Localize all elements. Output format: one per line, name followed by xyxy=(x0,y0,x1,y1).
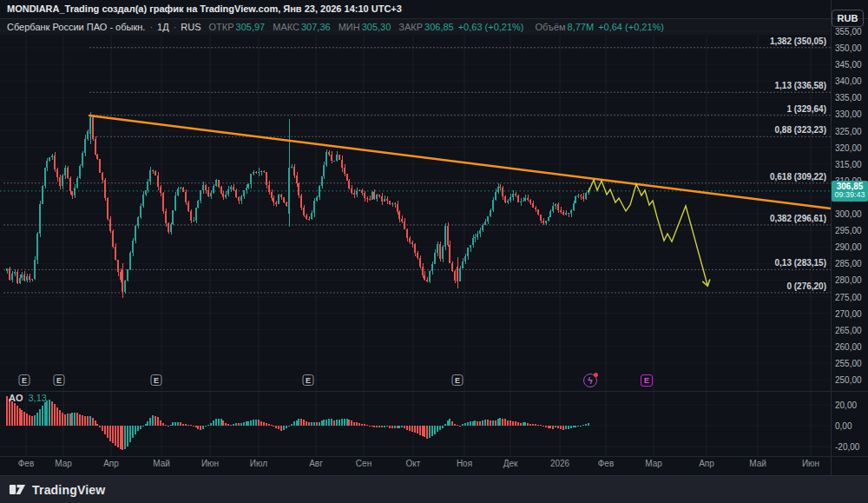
price-tick: 320,00 xyxy=(835,142,862,152)
low-label: МИН xyxy=(339,22,360,32)
price-tick: 280,00 xyxy=(835,275,862,285)
fib-level-label: 0 (276,20) xyxy=(786,281,826,291)
footer-bar: TradingView xyxy=(0,475,868,503)
symbol-legend[interactable]: Сбербанк России ПАО - обыкн. · 1Д · RUS … xyxy=(7,22,664,32)
time-axis-label: Июн xyxy=(802,459,819,468)
fib-level-label: 0,88 (323,23) xyxy=(775,125,827,135)
fib-level-label: 0,618 (309,22) xyxy=(770,172,826,182)
tradingview-chart-window: MONDIARA_Trading создал(а) график на Tra… xyxy=(0,0,868,503)
indicator-tick: 0,00 xyxy=(835,421,852,431)
time-axis-label: Мар xyxy=(55,459,72,468)
tradingview-logo[interactable]: TradingView xyxy=(9,482,105,497)
price-tick: 340,00 xyxy=(835,76,862,86)
fib-level-label: 0,382 (296,61) xyxy=(770,214,826,223)
time-axis-label: Авг xyxy=(309,459,323,468)
last-price-badge: 306,85 09:39:43 xyxy=(832,181,868,202)
indicator-value: 3,13 xyxy=(29,393,47,403)
low-value: 305,30 xyxy=(362,22,391,32)
price-tick: 255,00 xyxy=(835,358,862,367)
open-value: 305,97 xyxy=(236,22,266,32)
symbol-name[interactable]: Сбербанк России ПАО - обыкн. xyxy=(7,22,145,32)
events-flash-icon[interactable]: ϟ xyxy=(583,374,597,387)
tradingview-logo-icon xyxy=(9,482,26,497)
price-tick: 325,00 xyxy=(835,126,862,136)
earnings-marker[interactable]: E xyxy=(19,374,30,386)
price-tick: 250,00 xyxy=(835,375,862,385)
interval-label[interactable]: 1Д xyxy=(157,22,169,32)
chart-share-title: MONDIARA_Trading создал(а) график на Tra… xyxy=(7,3,402,14)
close-value: 306,85 xyxy=(424,22,454,32)
time-axis-label: Апр xyxy=(699,459,714,468)
time-axis-label: Ноя xyxy=(457,459,472,468)
earnings-marker[interactable]: E xyxy=(452,374,464,386)
price-tick: 355,00 xyxy=(835,26,862,36)
earnings-marker[interactable]: E xyxy=(54,374,65,386)
header-bar: MONDIARA_Trading создал(а) график на Tra… xyxy=(0,0,868,19)
legend-separator: · xyxy=(174,22,177,32)
indicator-tick: -20,00 xyxy=(835,442,859,452)
bar-countdown: 09:39:43 xyxy=(834,191,865,200)
fib-level-label: 1,382 (350,05) xyxy=(770,36,826,46)
time-axis-label: Окт xyxy=(406,459,421,468)
close-label: ЗАКР xyxy=(398,22,423,32)
price-tick: 295,00 xyxy=(835,226,862,235)
candles xyxy=(6,112,589,298)
price-tick: 300,00 xyxy=(835,209,862,219)
time-axis-label: Мар xyxy=(645,459,662,468)
tradingview-logo-text: TradingView xyxy=(32,483,105,497)
projection-path xyxy=(589,180,707,285)
open-label: ОТКР xyxy=(209,22,234,32)
currency-button[interactable]: RUB xyxy=(832,10,864,27)
price-tick: 345,00 xyxy=(835,60,862,69)
earnings-marker[interactable]: E xyxy=(303,374,314,386)
price-tick: 290,00 xyxy=(835,242,862,252)
price-tick: 260,00 xyxy=(835,341,862,351)
fib-level-label: 1 (329,64) xyxy=(786,104,826,114)
volume-change-value: +0,64 (+0,21%) xyxy=(598,22,664,32)
time-axis-label: Май xyxy=(153,459,170,468)
indicator-tick: 20,00 xyxy=(835,400,857,410)
time-axis-label: 2026 xyxy=(550,459,569,468)
time-axis-label: Фев xyxy=(598,459,614,468)
earnings-marker[interactable]: E xyxy=(151,374,162,386)
high-label: МАКС xyxy=(273,22,299,32)
price-scale[interactable]: 355,00350,00345,00340,00335,00330,00325,… xyxy=(831,0,868,475)
time-axis-border xyxy=(0,456,868,457)
time-axis-label: Июн xyxy=(201,459,219,468)
time-axis-label: Апр xyxy=(103,459,119,468)
future-earnings-marker[interactable]: E xyxy=(641,374,653,387)
legend-separator: · xyxy=(149,22,153,32)
volume-value: 8,77M xyxy=(568,22,595,32)
change-value: +0,63 (+0,21%) xyxy=(458,22,524,32)
price-tick: 285,00 xyxy=(835,259,862,268)
pane-separator[interactable] xyxy=(0,391,868,392)
time-axis-label: Сен xyxy=(356,459,372,468)
volume-label: Объём xyxy=(536,22,566,32)
high-value: 307,36 xyxy=(301,22,331,32)
price-tick: 350,00 xyxy=(835,43,862,53)
time-axis-label: Июл xyxy=(250,459,267,468)
price-tick: 275,00 xyxy=(835,292,862,301)
indicator-name[interactable]: AO xyxy=(9,393,23,403)
exchange-label: RUS xyxy=(181,22,201,32)
price-tick: 330,00 xyxy=(835,109,862,119)
indicator-legend[interactable]: AO 3,13 xyxy=(9,393,47,403)
price-chart-canvas[interactable] xyxy=(0,0,868,503)
fib-level-label: 1,13 (336,58) xyxy=(775,81,827,90)
time-axis-label: Май xyxy=(749,459,766,468)
price-tick: 270,00 xyxy=(835,308,862,318)
notification-dot xyxy=(594,373,598,377)
price-tick: 265,00 xyxy=(835,325,862,334)
price-tick: 335,00 xyxy=(835,93,862,103)
time-axis-label: Дек xyxy=(503,459,518,468)
fib-level-label: 0,13 (283,15) xyxy=(775,258,827,268)
time-axis-label: Фев xyxy=(18,459,34,468)
price-tick: 315,00 xyxy=(835,159,862,169)
